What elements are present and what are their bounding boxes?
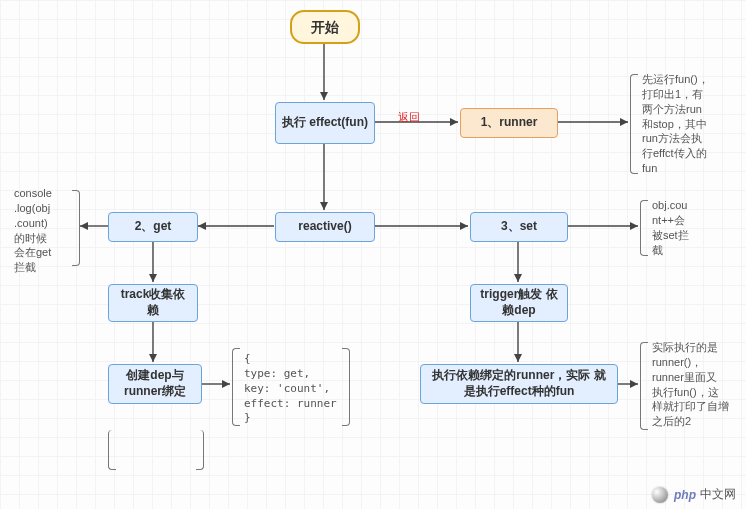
bracket-dep-close [342,348,350,426]
bracket-bottom-left [108,430,116,470]
create-dep-node: 创建dep与 runner绑定 [108,364,202,404]
logo-php: php [674,488,696,502]
exec-dep-node: 执行依赖绑定的runner，实际 就是执行effect种的fun [420,364,618,404]
watermark-logo: php 中文网 [652,486,736,503]
trigger-node: trigger触发 依赖dep [470,284,568,322]
bracket-exec [640,342,648,430]
logo-cn: 中文网 [700,486,736,503]
bracket-set [640,200,648,256]
get-note: console .log(obj .count) 的时候 会在get 拦截 [14,186,72,275]
return-label: 返回 [398,110,420,125]
bracket-dep-open [232,348,240,426]
get-node: 2、get [108,212,198,242]
start-node: 开始 [290,10,360,44]
exec-note: 实际执行的是 runner()， runner里面又 执行fun()，这 样就打… [652,340,742,429]
reactive-node: reactive() [275,212,375,242]
bracket-get [72,190,80,266]
dep-struct-note: { type: get, key: 'count', effect: runne… [244,352,354,426]
set-node: 3、set [470,212,568,242]
track-node: track收集依 赖 [108,284,198,322]
runner-note: 先运行fun()， 打印出1，有 两个方法run 和stop，其中 run方法会… [642,72,734,176]
set-note: obj.cou nt++会 被set拦 截 [652,198,722,257]
runner-node: 1、runner [460,108,558,138]
bracket-bottom-left2 [196,430,204,470]
bracket-runner [630,74,638,174]
logo-ball-icon [652,487,668,503]
effect-node: 执行 effect(fun) [275,102,375,144]
